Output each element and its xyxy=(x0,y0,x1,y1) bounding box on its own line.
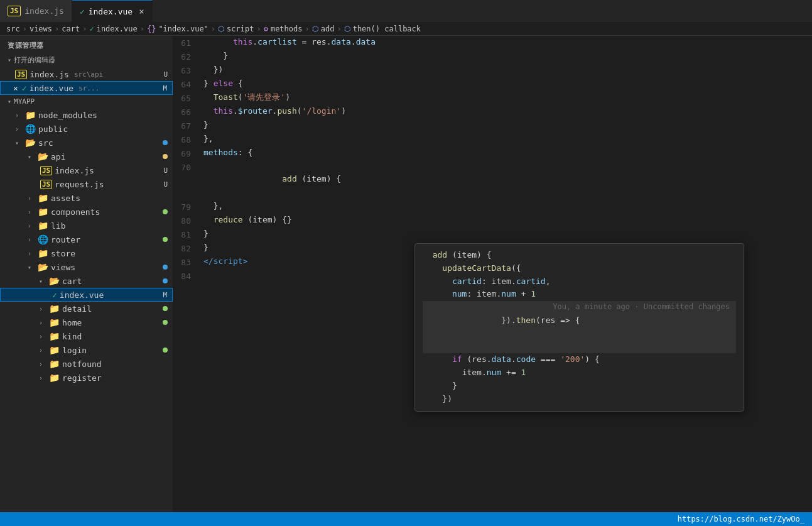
line-number: 67 xyxy=(173,119,201,133)
store-arrow: › xyxy=(28,250,35,257)
folder-icon-components: 📁 xyxy=(38,207,48,217)
sidebar-item-api[interactable]: ▾ 📂 api xyxy=(0,150,173,163)
kind-arrow: › xyxy=(39,333,46,340)
folder-icon-lib: 📁 xyxy=(38,221,48,231)
sidebar-item-home[interactable]: › 📁 home xyxy=(0,315,173,329)
js-icon: JS xyxy=(8,6,21,16)
sidebar-item-store[interactable]: › 📁 store xyxy=(0,246,173,260)
sidebar-item-node-modules[interactable]: › 📁 node_modules xyxy=(0,108,173,122)
table-row: 69 methods: { xyxy=(173,146,812,160)
sidebar-item-views[interactable]: ▾ 📂 views xyxy=(0,260,173,274)
cart-arrow: ▾ xyxy=(39,278,46,285)
sidebar-item-notfound[interactable]: › 📁 notfound xyxy=(0,357,173,371)
breadcrumb-add-icon: ⬡ xyxy=(312,25,318,33)
table-row: 80 reduce (item) {} xyxy=(173,214,812,227)
sidebar-item-detail[interactable]: › 📁 detail xyxy=(0,302,173,315)
breadcrumb-methods: methods xyxy=(271,25,303,33)
folder-icon-notfound: 📁 xyxy=(49,359,60,369)
folder-icon-node-modules: 📁 xyxy=(25,110,36,120)
breadcrumb-bracket-icon: {} xyxy=(147,25,156,33)
views-dot xyxy=(163,265,168,270)
api-arrow: ▾ xyxy=(28,153,35,160)
line-number: 63 xyxy=(173,63,201,77)
open-file-badge-vue: M xyxy=(163,84,167,92)
sidebar-item-src[interactable]: ▾ 📂 src xyxy=(0,136,173,150)
table-row: 62 } xyxy=(173,50,812,63)
main-layout: 资源管理器 ▾ 打开的编辑器 JS index.js src\api U × ✓… xyxy=(0,36,812,512)
git-time: You, a minute ago xyxy=(553,302,630,311)
tab-index-js[interactable]: JS index.js xyxy=(0,0,72,22)
open-file-index-js[interactable]: JS index.js src\api U xyxy=(0,67,173,81)
breadcrumb-script: script xyxy=(227,25,254,33)
popup-line-78: }) xyxy=(423,393,736,406)
code-table: 61 this.cartlist = res.data.data 62 } 63… xyxy=(173,36,812,197)
table-row: 61 this.cartlist = res.data.data xyxy=(173,36,812,50)
folder-icon-home: 📁 xyxy=(49,317,60,327)
tab-index-vue[interactable]: ✓ index.vue × xyxy=(72,0,153,22)
login-dot xyxy=(163,348,168,353)
line-number: 82 xyxy=(173,241,201,255)
line-code: }, xyxy=(201,133,812,146)
js-file-icon: JS xyxy=(15,70,27,79)
code-area[interactable]: 61 this.cartlist = res.data.data 62 } 63… xyxy=(173,36,812,512)
table-row: 63 }) xyxy=(173,63,812,77)
folder-icon-src: 📂 xyxy=(25,138,36,148)
node-modules-label: node_modules xyxy=(38,111,97,120)
home-arrow: › xyxy=(39,319,46,326)
sidebar-item-cart[interactable]: ▾ 📂 cart xyxy=(0,274,173,288)
open-editors-section[interactable]: ▾ 打开的编辑器 xyxy=(0,53,173,67)
sidebar-item-assets[interactable]: › 📁 assets xyxy=(0,191,173,205)
sidebar-item-cart-index-vue[interactable]: ✓ index.vue M xyxy=(0,288,173,302)
router-label: router xyxy=(51,235,80,244)
folder-icon-store: 📁 xyxy=(38,248,48,258)
store-label: store xyxy=(51,249,75,258)
vue-icon: ✓ xyxy=(80,7,85,16)
sidebar-item-public[interactable]: › 🌐 public xyxy=(0,122,173,136)
kind-label: kind xyxy=(62,332,82,341)
breadcrumb-cube-icon: ⬡ xyxy=(218,25,224,33)
sidebar-item-login[interactable]: › 📁 login xyxy=(0,343,173,357)
breadcrumb: src › views › cart › ✓ index.vue › {} "i… xyxy=(0,22,812,36)
table-row: 81 } xyxy=(173,227,812,241)
popup-line-77: } xyxy=(423,380,736,393)
breadcrumb-src: src xyxy=(6,25,20,33)
table-row: 68 }, xyxy=(173,133,812,146)
popup-line-71: updateCartData({ xyxy=(423,262,736,275)
project-label: MYAPP xyxy=(14,97,35,106)
api-index-js-icon: JS xyxy=(40,166,52,175)
detail-arrow: › xyxy=(39,305,46,312)
sidebar-item-api-index-js[interactable]: JS index.js U xyxy=(0,163,173,177)
popup-line-74: }).then(res => { You, a minute ago · Unc… xyxy=(423,301,736,353)
components-label: components xyxy=(51,207,100,217)
line-number: 79 xyxy=(173,200,201,214)
sidebar-item-kind[interactable]: › 📁 kind xyxy=(0,329,173,343)
home-label: home xyxy=(62,318,82,327)
api-index-js-badge: U xyxy=(163,167,168,175)
line-number: 81 xyxy=(173,227,201,241)
public-arrow: › xyxy=(15,126,23,133)
line-code: }, xyxy=(201,200,812,214)
line-number: 80 xyxy=(173,214,201,227)
sidebar-item-components[interactable]: › 📁 components xyxy=(0,205,173,219)
cart-vue-icon: ✓ xyxy=(52,290,57,300)
sidebar-item-router[interactable]: › 🌐 router xyxy=(0,233,173,246)
table-row: 65 Toast('请先登录') xyxy=(173,91,812,105)
sidebar-item-request-js[interactable]: JS request.js U xyxy=(0,177,173,191)
line-code: this.cartlist = res.data.data xyxy=(201,36,812,50)
notfound-arrow: › xyxy=(39,361,46,368)
breadcrumb-scope: "index.vue" xyxy=(158,25,208,33)
folder-icon-views: 📂 xyxy=(38,262,48,272)
register-arrow: › xyxy=(39,375,46,381)
open-file-path-vue: sr... xyxy=(78,84,99,92)
sidebar-item-lib[interactable]: › 📁 lib xyxy=(0,219,173,233)
close-tab-button[interactable]: × xyxy=(139,6,144,16)
close-open-file-icon[interactable]: × xyxy=(13,84,18,93)
sidebar-item-register[interactable]: › 📁 register xyxy=(0,371,173,385)
folder-icon-assets: 📁 xyxy=(38,193,48,203)
open-file-index-vue[interactable]: × ✓ index.vue sr... M xyxy=(0,81,173,95)
sidebar: 资源管理器 ▾ 打开的编辑器 JS index.js src\api U × ✓… xyxy=(0,36,173,512)
project-section[interactable]: ▾ MYAPP xyxy=(0,95,173,108)
breadcrumb-file: index.vue xyxy=(97,25,138,33)
breadcrumb-views: views xyxy=(30,25,52,33)
line-code: } xyxy=(201,50,812,63)
